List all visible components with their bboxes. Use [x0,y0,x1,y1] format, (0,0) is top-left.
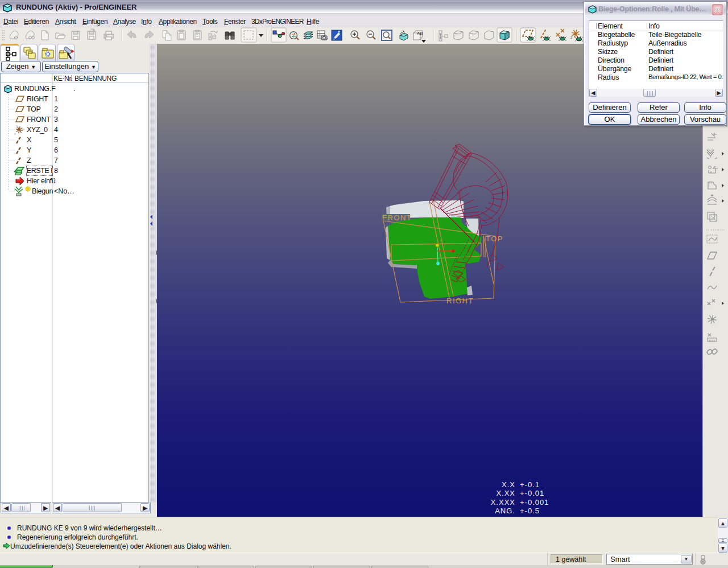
svg-text:z: z [14,132,16,135]
svg-text:y: y [16,124,18,127]
svg-text:X.XXX: X.XXX [491,498,515,507]
svg-text:RIGHT: RIGHT [446,297,474,305]
svg-text:FRONT: FRONT [382,213,412,222]
svg-text:X.X: X.X [502,480,515,489]
svg-text:ANG.: ANG. [495,507,515,515]
svg-text:+-0.1: +-0.1 [520,480,540,489]
svg-text:+-0.01: +-0.01 [520,489,544,497]
svg-text:AB: AB [417,31,423,36]
svg-text:+-0.5: +-0.5 [520,507,540,515]
svg-text:+-0.001: +-0.001 [520,498,549,507]
svg-text:x: x [23,127,24,131]
svg-text:z: z [570,35,573,39]
svg-text:TOP: TOP [486,234,503,243]
svg-text:X.XX: X.XX [496,489,515,497]
